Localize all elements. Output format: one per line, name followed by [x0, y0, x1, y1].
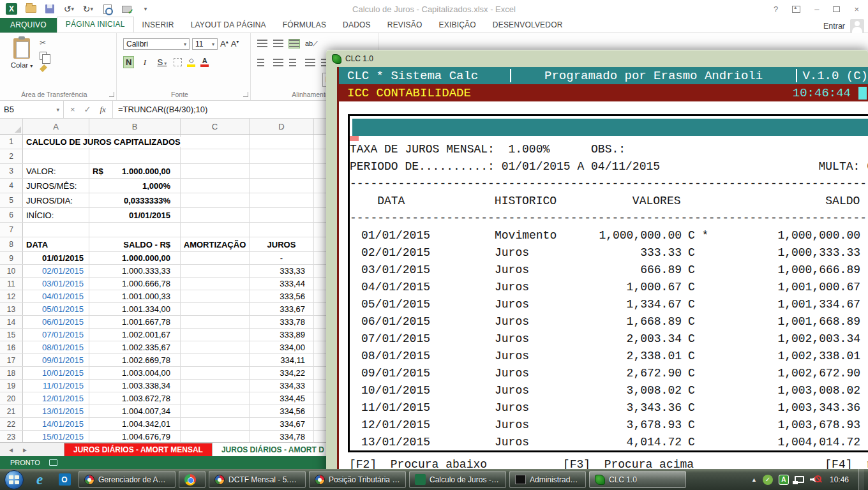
row-header[interactable]: 14: [0, 316, 23, 328]
cell-a1[interactable]: CALCULO DE JUROS CAPITALIZADOS: [23, 135, 89, 149]
align-middle-icon[interactable]: [273, 40, 283, 48]
row-header[interactable]: 13: [0, 303, 23, 315]
align-right-icon[interactable]: [289, 59, 299, 67]
column-header-c[interactable]: C: [181, 119, 250, 134]
cell-amortizacao[interactable]: [181, 290, 250, 302]
ribbon-tab[interactable]: FÓRMULAS: [274, 18, 334, 33]
cancel-entry-icon[interactable]: ×: [70, 105, 75, 114]
internet-explorer-pinned-icon[interactable]: e: [29, 471, 50, 489]
sheet-tab-juros-diario[interactable]: JUROS DIÁRIOS - AMORT D: [213, 443, 334, 456]
cell-saldo[interactable]: 1.002.001,67: [89, 329, 181, 341]
font-color-icon[interactable]: A: [200, 57, 209, 67]
italic-button[interactable]: I: [139, 57, 150, 68]
cell-saldo[interactable]: 1.004.676,79: [89, 431, 181, 443]
cell-saldo[interactable]: 1.001.667,78: [89, 316, 181, 328]
header-saldo[interactable]: SALDO - R$: [89, 237, 181, 251]
cell-date[interactable]: 09/01/2015: [23, 354, 89, 366]
quick-print-icon[interactable]: [120, 3, 133, 15]
cell-juros[interactable]: 334,22: [250, 367, 314, 379]
row-header[interactable]: 18: [0, 367, 23, 379]
cell-juros-dia-label[interactable]: JUROS/DIA:: [23, 193, 89, 207]
cell-juros-dia-value[interactable]: 0,0333333%: [89, 193, 181, 207]
row-header[interactable]: 19: [0, 380, 23, 392]
cell-amortizacao[interactable]: [181, 341, 250, 353]
name-box[interactable]: B5▾: [0, 101, 64, 118]
confirm-entry-icon[interactable]: ✓: [84, 105, 91, 114]
row-header[interactable]: 10: [0, 265, 23, 277]
taskbar-button[interactable]: Gerenciador de Apli...: [79, 471, 176, 488]
align-center-icon[interactable]: [273, 59, 283, 67]
clc-titlebar[interactable]: CLC 1.0: [326, 50, 868, 67]
cell-saldo[interactable]: 1.001.000,33: [89, 290, 181, 302]
header-amortizacao[interactable]: AMORTIZAÇÃO: [181, 237, 250, 251]
cell-juros[interactable]: 333,89: [250, 329, 314, 341]
align-left-icon[interactable]: [257, 59, 267, 67]
row-header[interactable]: 22: [0, 418, 23, 430]
row-header[interactable]: 20: [0, 392, 23, 405]
cell-juros-mes-label[interactable]: JUROS/MÊS:: [23, 179, 89, 193]
ribbon-tab[interactable]: EXIBIÇÃO: [431, 18, 484, 33]
cell-amortizacao[interactable]: [181, 431, 250, 443]
cell-juros[interactable]: 334,11: [250, 354, 314, 366]
macro-record-icon[interactable]: [49, 459, 57, 466]
redo-icon[interactable]: ↻▾: [82, 3, 94, 15]
clipboard-dialog-launcher[interactable]: [109, 92, 114, 97]
cell-date[interactable]: 03/01/2015: [23, 278, 89, 290]
row-header[interactable]: 23: [0, 431, 23, 443]
underline-button[interactable]: S ▾: [155, 57, 168, 68]
cell-date[interactable]: 14/01/2015: [23, 418, 89, 430]
taskbar-button[interactable]: Calculo de Juros - C...: [409, 471, 506, 488]
select-all-corner[interactable]: [0, 119, 23, 134]
align-top-icon[interactable]: [257, 40, 267, 48]
cell-amortizacao[interactable]: [181, 380, 250, 392]
font-size-combo[interactable]: 11▾: [192, 38, 218, 50]
ribbon-tab[interactable]: REVISÃO: [379, 18, 431, 33]
cell-amortizacao[interactable]: [181, 316, 250, 328]
borders-icon[interactable]: [174, 58, 182, 66]
maximize-button[interactable]: [833, 6, 840, 12]
excel-logo-icon[interactable]: X: [5, 3, 18, 15]
tray-expand-icon[interactable]: ▲: [751, 477, 757, 483]
cell-amortizacao[interactable]: [181, 392, 250, 405]
cell-juros[interactable]: 334,00: [250, 341, 314, 353]
app-a-tray-icon[interactable]: A: [779, 475, 789, 485]
bold-button[interactable]: N: [123, 56, 134, 68]
format-painter-icon[interactable]: [40, 64, 47, 72]
fill-color-icon[interactable]: ◇: [187, 57, 195, 67]
qat-customize-icon[interactable]: ▾: [139, 3, 152, 15]
cell-juros[interactable]: 333,44: [250, 278, 314, 290]
font-dialog-launcher[interactable]: [243, 92, 248, 97]
cell-saldo[interactable]: 1.000.666,78: [89, 278, 181, 290]
cell-date[interactable]: 10/01/2015: [23, 367, 89, 379]
antivirus-tray-icon[interactable]: ✓: [763, 475, 773, 485]
open-icon[interactable]: [24, 3, 37, 15]
ribbon-tab[interactable]: DESENVOLVEDOR: [484, 18, 571, 33]
taskbar-button[interactable]: Posição Tributária - ...: [309, 471, 406, 488]
cell-saldo[interactable]: 1.002.669,78: [89, 354, 181, 366]
grow-font-icon[interactable]: A▴: [220, 39, 228, 48]
cell-saldo[interactable]: 1.002.335,67: [89, 341, 181, 353]
header-juros[interactable]: JUROS: [250, 237, 314, 251]
column-header-b[interactable]: B: [89, 119, 181, 134]
row-header[interactable]: 1: [0, 135, 23, 149]
cell-saldo[interactable]: 1.004.342,01: [89, 418, 181, 430]
taskbar-button[interactable]: CLC 1.0: [589, 471, 686, 488]
cell-amortizacao[interactable]: [181, 405, 250, 417]
ribbon-tab[interactable]: INSERIR: [134, 18, 183, 33]
sheet-tab-juros-mensal[interactable]: JUROS DIÁRIOS - AMORT MENSAL: [64, 443, 213, 456]
insert-function-icon[interactable]: fx: [100, 105, 106, 115]
cell-amortizacao[interactable]: [181, 278, 250, 290]
cell-saldo[interactable]: 1.000.333,33: [89, 265, 181, 277]
cell-amortizacao[interactable]: [181, 303, 250, 315]
ribbon-tab[interactable]: LAYOUT DA PÁGINA: [183, 18, 274, 33]
save-icon[interactable]: [43, 3, 56, 15]
sign-in-link[interactable]: Entrar: [823, 22, 845, 31]
cell-amortizacao[interactable]: [181, 418, 250, 430]
decrease-indent-icon[interactable]: [305, 59, 315, 67]
cell-saldo[interactable]: 1.003.672,78: [89, 392, 181, 405]
cell-juros[interactable]: 333,78: [250, 316, 314, 328]
cell-juros[interactable]: 333,56: [250, 290, 314, 302]
cell-date[interactable]: 04/01/2015: [23, 290, 89, 302]
shrink-font-icon[interactable]: A▾: [231, 39, 239, 48]
cut-icon[interactable]: ✂: [40, 38, 47, 47]
